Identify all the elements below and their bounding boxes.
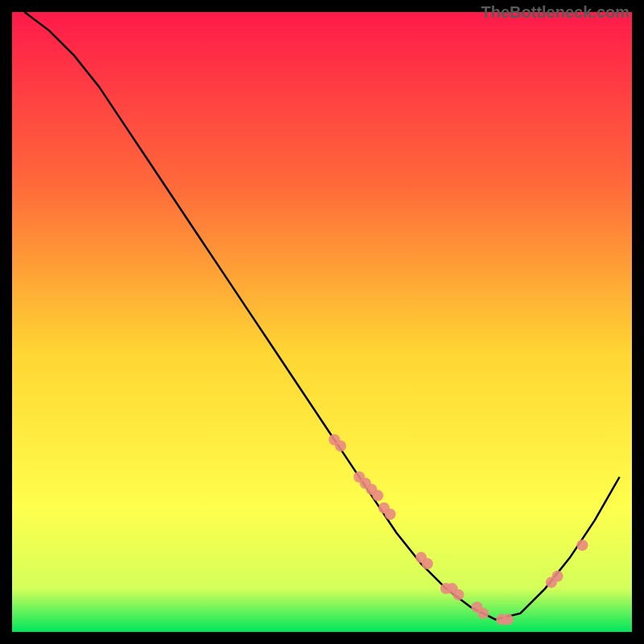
data-point	[452, 589, 464, 601]
data-point	[477, 608, 489, 619]
data-point	[372, 490, 383, 502]
chart-container	[12, 12, 632, 632]
gradient-background	[12, 12, 632, 632]
data-point	[552, 571, 564, 582]
data-point	[502, 614, 514, 625]
watermark-label: TheBottleneck.com	[481, 3, 630, 22]
data-point	[385, 509, 396, 520]
data-point	[335, 440, 346, 452]
chart-svg	[12, 12, 632, 632]
data-point	[576, 539, 588, 551]
data-point	[422, 558, 433, 569]
